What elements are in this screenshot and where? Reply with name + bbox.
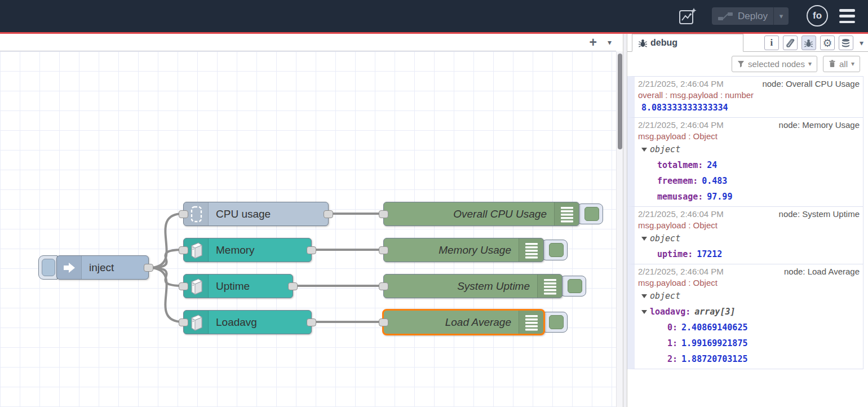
debug-toggle-button[interactable] — [542, 312, 568, 333]
debug-list-icon — [554, 202, 579, 225]
tree-key-row: uptime:17212 — [637, 246, 861, 262]
collapse-caret-icon[interactable] — [641, 237, 647, 241]
array-value: 1.88720703125 — [681, 354, 747, 364]
tree-array-item: 2:1.88720703125 — [637, 351, 861, 367]
message-meta: 2/21/2025, 2:46:04 PM node: Load Average — [637, 266, 861, 277]
node-debug-overall-cpu-usage[interactable]: Overall CPU Usage — [383, 202, 579, 226]
input-port[interactable] — [179, 210, 188, 218]
message-source-node[interactable]: node: System Uptime — [779, 208, 860, 220]
sidebar-menu-caret-icon[interactable]: ▾ — [860, 38, 863, 47]
scrollbar-thumb[interactable] — [618, 54, 622, 149]
config-tab-button[interactable]: ⚙ — [820, 36, 835, 50]
node-label: System Uptime — [384, 280, 537, 293]
tree-key-row: memusage:97.99 — [637, 189, 861, 205]
flow-tab-bar: + ▾ — [0, 34, 616, 51]
sidebar-resize-handle[interactable] — [623, 34, 627, 407]
clear-button[interactable]: all ▾ — [823, 56, 860, 72]
tree-array-row[interactable]: loadavg:array[3] — [637, 304, 861, 320]
debug-toggle-button[interactable] — [577, 203, 603, 224]
node-label: Loadavg — [209, 316, 311, 329]
tree-object-row[interactable]: object — [637, 231, 861, 246]
debug-toolbar: selected nodes ▾ all ▾ — [627, 52, 868, 76]
message-property-path: msg.payload : Object — [637, 131, 861, 141]
output-port[interactable] — [307, 246, 316, 254]
input-port[interactable] — [179, 246, 188, 254]
tree-key-row: freemem:0.483 — [637, 173, 861, 189]
message-meta: 2/21/2025, 2:46:04 PM node: Overall CPU … — [637, 78, 861, 90]
collapse-caret-icon[interactable] — [641, 148, 647, 152]
input-port[interactable] — [379, 210, 388, 218]
info-icon: i — [770, 37, 773, 48]
flow-assistant-icon[interactable] — [677, 6, 698, 26]
object-value: 0.483 — [702, 176, 727, 186]
bug-icon — [804, 38, 813, 48]
context-tab-button[interactable] — [839, 36, 853, 50]
inject-trigger-button-inner — [42, 259, 55, 276]
node-label: Memory Usage — [384, 244, 519, 256]
node-debug-load-average[interactable]: Load Average — [382, 309, 545, 335]
output-port[interactable] — [288, 282, 298, 290]
flow-wires[interactable] — [0, 51, 616, 407]
flow-list-caret-icon[interactable]: ▾ — [608, 34, 612, 51]
message-source-node[interactable]: node: Memory Usage — [779, 119, 860, 131]
trash-icon — [829, 60, 836, 68]
gear-icon: ⚙ — [822, 38, 832, 48]
user-avatar[interactable]: fo — [807, 5, 828, 26]
object-key: uptime: — [657, 249, 693, 259]
inject-trigger-button[interactable] — [38, 255, 57, 280]
node-label: inject — [82, 262, 148, 274]
node-cpu-usage[interactable]: CPU usage — [183, 202, 329, 226]
input-port[interactable] — [379, 246, 388, 254]
filter-caret-icon: ▾ — [808, 60, 812, 68]
main-menu-icon[interactable] — [839, 9, 855, 23]
message-timestamp: 2/21/2025, 2:46:04 PM — [638, 266, 724, 277]
help-tab-button[interactable] — [783, 36, 798, 50]
collapse-caret-icon[interactable] — [641, 310, 647, 314]
debug-tab-button[interactable] — [801, 36, 816, 50]
node-memory[interactable]: Memory — [183, 238, 312, 262]
node-debug-system-uptime[interactable]: System Uptime — [383, 274, 563, 298]
debug-list-icon — [519, 311, 543, 334]
filter-button[interactable]: selected nodes ▾ — [732, 56, 817, 72]
node-debug-memory-usage[interactable]: Memory Usage — [383, 238, 544, 262]
menu-bar — [839, 9, 855, 12]
debug-toggle-state — [568, 279, 582, 293]
node-loadavg[interactable]: Loadavg — [183, 310, 312, 334]
array-index: 2: — [667, 354, 677, 364]
tree-object-row[interactable]: object — [637, 141, 861, 157]
collapse-caret-icon[interactable] — [641, 294, 647, 298]
output-port[interactable] — [307, 318, 316, 326]
node-uptime[interactable]: Uptime — [183, 274, 293, 298]
flow-canvas[interactable]: inject CPU usage — [0, 51, 616, 407]
message-source-node[interactable]: node: Load Average — [784, 266, 860, 277]
message-timestamp: 2/21/2025, 2:46:04 PM — [638, 78, 724, 90]
menu-bar — [839, 15, 855, 17]
object-key: loadavg: — [650, 307, 690, 317]
clear-label: all — [839, 59, 848, 69]
canvas-vertical-scrollbar[interactable] — [616, 51, 623, 407]
deploy-label: Deploy — [738, 11, 773, 22]
message-source-node[interactable]: node: Overall CPU Usage — [762, 78, 860, 90]
tab-debug[interactable]: debug — [632, 34, 743, 52]
tree-object-row[interactable]: object — [637, 288, 861, 304]
sidebar-tab-bar: debug i ⚙ — [627, 34, 868, 52]
message-meta: 2/21/2025, 2:46:04 PM node: Memory Usage — [637, 119, 861, 131]
deploy-caret-icon[interactable]: ▾ — [774, 12, 789, 20]
debug-toggle-button[interactable] — [560, 276, 586, 297]
debug-message: 2/21/2025, 2:46:04 PM node: Load Average… — [627, 264, 863, 369]
debug-toggle-state — [549, 243, 564, 257]
debug-toggle-button[interactable] — [542, 240, 568, 260]
workspace: + ▾ inject — [0, 34, 623, 407]
deploy-button[interactable]: Deploy ▾ — [712, 7, 789, 25]
input-port[interactable] — [179, 282, 188, 290]
output-port[interactable] — [324, 210, 333, 218]
input-port[interactable] — [379, 282, 388, 290]
output-port[interactable] — [144, 264, 153, 272]
info-tab-button[interactable]: i — [764, 36, 779, 50]
node-inject[interactable]: inject — [56, 255, 149, 280]
bug-icon — [638, 38, 648, 48]
input-port[interactable] — [379, 318, 388, 326]
input-port[interactable] — [179, 318, 188, 326]
add-flow-icon[interactable]: + — [590, 34, 597, 51]
debug-toggle-state — [549, 315, 564, 329]
